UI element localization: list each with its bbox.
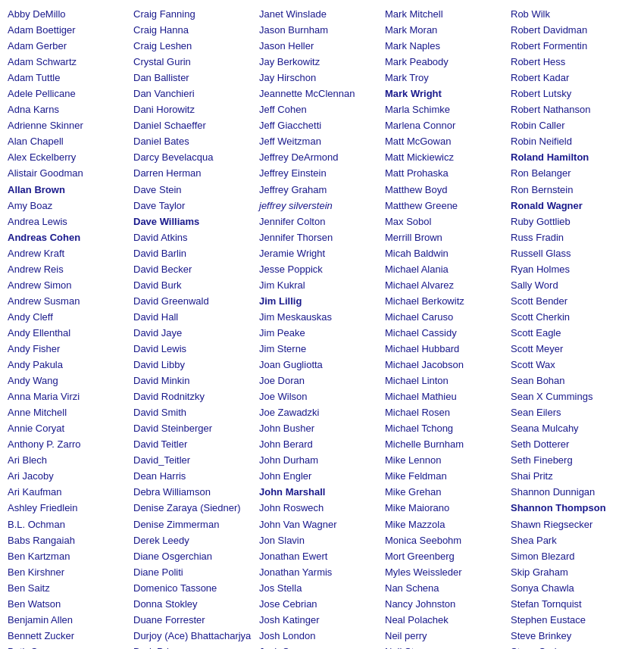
- list-item: John Busher: [259, 420, 382, 436]
- list-item: Robert Hess: [511, 54, 633, 70]
- list-item: Michael Tchong: [385, 420, 508, 436]
- list-item: Jennifer Colton: [259, 214, 382, 229]
- list-item: Josh Katinger: [259, 612, 382, 628]
- list-item: Sean Bohan: [511, 373, 633, 388]
- list-item: Michael Berkowitz: [385, 293, 508, 309]
- list-item: Jennifer Thorsen: [259, 229, 382, 245]
- list-item: Dave Stein: [133, 182, 256, 198]
- list-item: Neal Polachek: [385, 612, 508, 628]
- list-item: jeffrey silverstein: [259, 198, 382, 214]
- list-item: Anthony P. Zarro: [8, 436, 130, 452]
- list-item: John Marshall: [259, 484, 382, 500]
- list-item: Anna Maria Virzi: [8, 388, 130, 404]
- list-item: Michael Rosen: [385, 404, 508, 420]
- list-item: Shannon Thompson: [511, 500, 633, 516]
- list-item: Matt McGowan: [385, 133, 508, 149]
- list-item: Jeff Giacchetti: [259, 117, 382, 133]
- list-item: Shea Park: [511, 532, 633, 548]
- list-item: Jeramie Wright: [259, 245, 382, 261]
- list-item: Alex Eckelberry: [8, 149, 130, 165]
- list-item: John Berard: [259, 436, 382, 452]
- list-item: Jonathan Ewert: [259, 548, 382, 564]
- list-item: Dean Harris: [133, 468, 256, 484]
- list-item: Scott Cherkin: [511, 309, 633, 325]
- list-item: Mike Lennon: [385, 452, 508, 468]
- list-item: Ben Kartzman: [8, 548, 130, 564]
- list-item: Andrew Reis: [8, 261, 130, 277]
- list-item: Michael Alania: [385, 261, 508, 277]
- list-item: Max Sobol: [385, 214, 508, 229]
- list-item: Daniel Schaeffer: [133, 117, 256, 133]
- list-item: John Roswech: [259, 500, 382, 516]
- list-item: Nancy Johnston: [385, 596, 508, 612]
- list-item: Beth Cann: [8, 644, 130, 649]
- list-item: Andy Cleff: [8, 309, 130, 325]
- list-item: Diane Osgerchian: [133, 548, 256, 564]
- list-item: Micah Baldwin: [385, 245, 508, 261]
- list-item: Adele Pellicane: [8, 86, 130, 101]
- list-item: Diane Politi: [133, 564, 256, 580]
- list-item: Alan Chapell: [8, 133, 130, 149]
- list-item: Jeffrey Einstein: [259, 165, 382, 181]
- list-item: Jonathan Yarmis: [259, 564, 382, 580]
- list-item: Benjamin Allen: [8, 612, 130, 628]
- list-item: David Smith: [133, 404, 256, 420]
- list-item: Sonya Chawla: [511, 580, 633, 596]
- list-item: Darcy Bevelacqua: [133, 149, 256, 165]
- list-item: Robert Formentin: [511, 38, 633, 54]
- list-item: Nan Schena: [385, 580, 508, 596]
- list-item: Darren Herman: [133, 165, 256, 181]
- list-item: Craig Hanna: [133, 22, 256, 38]
- list-item: Seth Dotterer: [511, 436, 633, 452]
- column-col3: Janet WinsladeJason BurnhamJason HellerJ…: [259, 6, 385, 649]
- list-item: David Jaye: [133, 325, 256, 341]
- list-item: Jay Hirschon: [259, 70, 382, 86]
- list-item: Jim Lillig: [259, 293, 382, 309]
- list-item: Mark Moran: [385, 22, 508, 38]
- list-item: Stefan Tornquist: [511, 596, 633, 612]
- list-item: Bennett Zucker: [8, 628, 130, 644]
- list-item: Jeannette McClennan: [259, 86, 382, 101]
- list-item: Joe Zawadzki: [259, 404, 382, 420]
- list-item: Donna Stokley: [133, 596, 256, 612]
- list-item: Dave Williams: [133, 214, 256, 229]
- list-item: Robin Caller: [511, 117, 633, 133]
- list-item: Jim Meskauskas: [259, 309, 382, 325]
- list-item: Ronald Wagner: [511, 198, 633, 214]
- list-item: Neil Strow: [385, 644, 508, 649]
- list-item: Jay Berkowitz: [259, 54, 382, 70]
- list-item: Andy Pakula: [8, 357, 130, 373]
- list-item: Matthew Boyd: [385, 182, 508, 198]
- list-item: Babs Rangaiah: [8, 532, 130, 548]
- list-item: Jose Cebrian: [259, 596, 382, 612]
- list-item: Ben Watson: [8, 596, 130, 612]
- list-item: Matthew Greene: [385, 198, 508, 214]
- list-item: Durjoy (Ace) Bhattacharjya: [133, 628, 256, 644]
- list-item: Ashley Friedlein: [8, 500, 130, 516]
- list-item: Jeffrey DeArmond: [259, 149, 382, 165]
- list-item: David Lewis: [133, 341, 256, 357]
- list-item: Robert Lutsky: [511, 86, 633, 101]
- list-item: Jon Slavin: [259, 532, 382, 548]
- list-item: Crystal Gurin: [133, 54, 256, 70]
- list-item: Russell Glass: [511, 245, 633, 261]
- list-item: Duane Forrester: [133, 612, 256, 628]
- list-item: Simon Blezard: [511, 548, 633, 564]
- list-item: Marla Schimke: [385, 101, 508, 117]
- list-item: Adam Schwartz: [8, 54, 130, 70]
- list-item: Rob Wilk: [511, 6, 633, 22]
- list-item: Jim Peake: [259, 325, 382, 341]
- list-item: Derek Leedy: [133, 532, 256, 548]
- list-item: Alistair Goodman: [8, 165, 130, 181]
- list-item: Mark Peabody: [385, 54, 508, 70]
- list-item: Mark Naples: [385, 38, 508, 54]
- list-item: B.L. Ochman: [8, 516, 130, 532]
- list-item: Robert Kadar: [511, 70, 633, 86]
- list-item: Annie Coryat: [8, 420, 130, 436]
- list-item: David Becker: [133, 261, 256, 277]
- list-item: Michelle Burnham: [385, 436, 508, 452]
- list-item: Shawn Riegsecker: [511, 516, 633, 532]
- list-item: Mike Grehan: [385, 484, 508, 500]
- list-item: Amy Boaz: [8, 198, 130, 214]
- list-item: Jason Burnham: [259, 22, 382, 38]
